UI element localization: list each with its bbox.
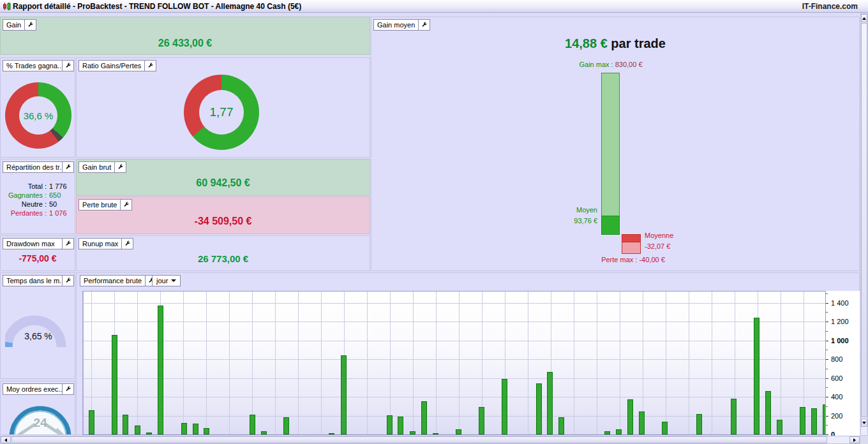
y-axis-tick — [826, 303, 828, 304]
chevron-down-icon — [171, 279, 176, 282]
panel-gain-moyen: Gain moyen 14,88 € par trade Gain max : … — [371, 17, 860, 271]
y-axis-tick — [826, 397, 828, 397]
repartition-row-neutre: Neutre :50 — [1, 200, 72, 208]
moyen-label: Moyen — [537, 206, 597, 214]
performance-bar — [250, 415, 255, 434]
gain-moyen-label: Gain moyen — [374, 20, 419, 30]
horizontal-scrollbar[interactable] — [0, 436, 860, 444]
performance-bar — [662, 422, 668, 434]
brand-text: IT-Finance.com — [802, 2, 858, 11]
moyenne-label: Moyenne — [645, 232, 673, 239]
gain-moyen-headline-suffix: par trade — [608, 36, 666, 50]
y-axis-tick — [826, 322, 828, 322]
scroll-left-button[interactable] — [1, 436, 11, 443]
performance-bar — [558, 417, 564, 434]
panel-repartition: Répartition des tr... Total :1 776 Gagna… — [0, 159, 75, 234]
performance-bar — [547, 372, 553, 434]
temps-label: Temps dans le m... — [3, 276, 63, 286]
performance-bar — [123, 415, 128, 434]
wrench-icon[interactable] — [63, 239, 73, 249]
y-axis-minor-tick — [826, 406, 828, 407]
performance-bar — [604, 431, 610, 434]
wrench-icon[interactable] — [115, 162, 126, 172]
wrench-icon[interactable] — [122, 239, 133, 249]
runup-value: 26 773,00 € — [77, 253, 370, 264]
wrench-icon[interactable] — [121, 200, 131, 210]
vertical-gridline — [666, 292, 666, 434]
scroll-up-button[interactable] — [861, 14, 867, 22]
horizontal-gridline — [84, 359, 825, 360]
y-axis-label: 800 — [831, 355, 842, 363]
y-axis-label: 600 — [831, 374, 842, 382]
temps-chip[interactable]: Temps dans le m... — [3, 275, 74, 286]
drawdown-chip[interactable]: Drawdown max — [3, 238, 74, 249]
performance-bar — [754, 318, 760, 434]
pct-trades-value: 36,6 % — [24, 110, 54, 121]
performance-bar — [398, 417, 403, 434]
moy-ordres-chip[interactable]: Moy ordres exec... — [3, 383, 74, 395]
performance-bar — [433, 433, 438, 434]
vertical-gridline — [436, 292, 437, 434]
performance-label: Performance brute — [80, 276, 146, 286]
wrench-icon[interactable] — [145, 61, 156, 71]
vertical-gridline — [367, 292, 368, 434]
wrench-icon[interactable] — [419, 20, 430, 30]
horizontal-scrollbar-thumb[interactable] — [11, 436, 827, 443]
runup-label: Runup max — [79, 239, 122, 249]
clock-gauge: 24 — [8, 406, 72, 435]
horizontal-gridline — [84, 303, 825, 304]
gain-value: 26 433,00 € — [1, 38, 370, 49]
vertical-scrollbar[interactable] — [860, 13, 868, 436]
performance-chart-y-axis: 02004006008001 0001 2001 400 — [826, 291, 860, 436]
y-axis-tick — [826, 416, 828, 417]
runup-chip[interactable]: Runup max — [79, 238, 133, 249]
scroll-right-button[interactable] — [849, 436, 860, 443]
horizontal-gridline — [84, 322, 825, 322]
period-dropdown[interactable]: jour — [152, 275, 181, 286]
gain-chip[interactable]: Gain — [3, 19, 36, 31]
gain-brut-chip[interactable]: Gain brut — [79, 161, 126, 173]
perte-brute-chip[interactable]: Perte brute — [79, 199, 132, 211]
vertical-gridline — [252, 292, 253, 434]
panel-gain: Gain 26 433,00 € — [0, 17, 370, 55]
wrench-icon[interactable] — [25, 20, 36, 30]
vertical-gridline — [620, 292, 620, 434]
repartition-chip[interactable]: Répartition des tr... — [3, 161, 74, 173]
y-axis-label: 200 — [831, 412, 842, 420]
wrench-icon[interactable] — [63, 61, 73, 71]
y-axis-minor-tick — [826, 369, 828, 369]
performance-bar — [193, 424, 198, 434]
moyen-value: 93,76 € — [537, 217, 597, 225]
vertical-scrollbar-thumb[interactable] — [861, 23, 867, 417]
ratio-label: Ratio Gains/Pertes — [79, 61, 145, 71]
scrollbar-corner — [860, 436, 868, 444]
wrench-icon[interactable] — [63, 384, 73, 394]
performance-chip[interactable]: Performance brute — [80, 275, 157, 286]
gain-brut-value: 60 942,50 € — [77, 177, 370, 189]
vertical-gridline — [390, 292, 391, 434]
ratio-chip[interactable]: Ratio Gains/Pertes — [79, 60, 156, 71]
wrench-icon[interactable] — [63, 162, 73, 172]
performance-bar — [479, 407, 484, 434]
panel-perte-brute: Perte brute -34 509,50 € — [76, 196, 370, 234]
scroll-down-button[interactable] — [861, 418, 867, 427]
gain-moyen-chip[interactable]: Gain moyen — [373, 19, 430, 31]
vertical-gridline — [298, 292, 299, 434]
candlestick-icon — [3, 2, 11, 13]
drawdown-value: -775,00 € — [1, 253, 75, 263]
wrench-icon[interactable] — [63, 276, 73, 286]
panel-runup: Runup max 26 773,00 € — [76, 235, 370, 271]
y-axis-label: 1 000 — [831, 337, 849, 344]
performance-bar — [112, 335, 117, 434]
y-axis-minor-tick — [826, 425, 828, 426]
performance-bar — [696, 414, 702, 434]
performance-bar — [181, 423, 187, 434]
window-title: Rapport détaillé - ProBacktest - TREND F… — [13, 2, 301, 11]
arrow-up-icon — [862, 17, 866, 20]
vertical-gridline — [781, 292, 781, 434]
pct-trades-chip[interactable]: % Trades gagna... — [3, 60, 74, 71]
gain-max-label: Gain max : 830,00 € — [550, 61, 671, 68]
vertical-gridline — [413, 292, 414, 434]
ratio-value: 1,77 — [210, 105, 234, 119]
performance-bar — [410, 431, 415, 434]
